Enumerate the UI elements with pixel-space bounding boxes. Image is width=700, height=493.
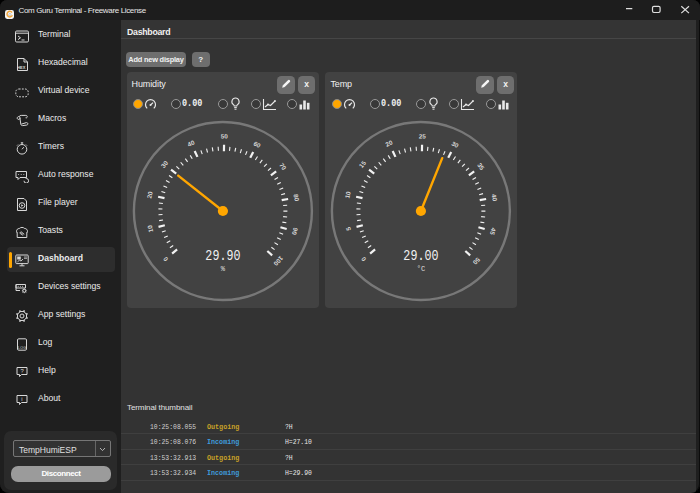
svg-text:LOG: LOG <box>18 346 26 350</box>
svg-text:°C: °C <box>417 265 425 273</box>
svg-text:50: 50 <box>220 132 228 139</box>
svg-text:29.90: 29.90 <box>205 247 240 264</box>
svg-text:29.00: 29.00 <box>404 247 439 264</box>
svg-text:HEX: HEX <box>17 65 26 70</box>
svg-text:i: i <box>21 396 22 402</box>
svg-text:25: 25 <box>419 132 427 139</box>
svg-text:?: ? <box>21 368 25 374</box>
